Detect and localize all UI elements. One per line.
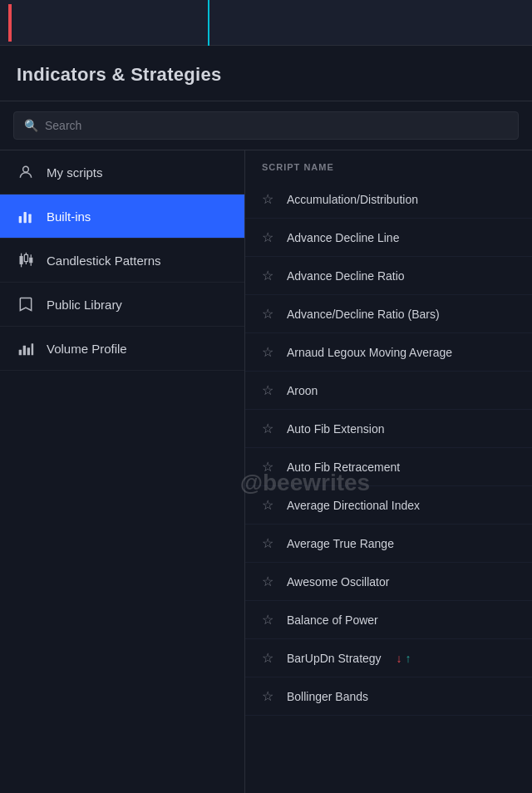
list-item[interactable]: ☆ Accumulation/Distribution bbox=[245, 180, 532, 219]
list-item[interactable]: ☆ Average True Range bbox=[245, 525, 532, 563]
sidebar: My scripts Built-ins bbox=[0, 150, 245, 793]
arrow-down-icon: ↓ bbox=[397, 652, 402, 665]
star-icon[interactable]: ☆ bbox=[262, 459, 277, 475]
svg-rect-16 bbox=[32, 343, 34, 355]
list-item[interactable]: ☆ Advance Decline Ratio bbox=[245, 257, 532, 295]
list-item[interactable]: ☆ Arnaud Legoux Moving Average bbox=[245, 333, 532, 372]
star-icon[interactable]: ☆ bbox=[262, 497, 277, 513]
svg-rect-4 bbox=[20, 256, 23, 264]
script-name: Bollinger Bands bbox=[287, 690, 368, 703]
star-icon[interactable]: ☆ bbox=[262, 382, 277, 398]
search-box: 🔍 bbox=[13, 111, 519, 140]
svg-rect-13 bbox=[19, 350, 22, 356]
list-item[interactable]: ☆ Advance/Decline Ratio (Bars) bbox=[245, 295, 532, 333]
page-title: Indicators & Strategies bbox=[17, 64, 515, 86]
arrow-up-icon: ↑ bbox=[406, 652, 411, 665]
script-name: BarUpDn Strategy bbox=[287, 652, 382, 665]
star-icon[interactable]: ☆ bbox=[262, 344, 277, 360]
sidebar-item-volume-profile-label: Volume Profile bbox=[47, 342, 127, 356]
star-icon[interactable]: ☆ bbox=[262, 535, 277, 551]
barupdn-arrows: ↓ ↑ bbox=[397, 652, 411, 665]
script-name: Advance Decline Ratio bbox=[287, 269, 405, 283]
sidebar-item-built-ins[interactable]: Built-ins bbox=[0, 195, 244, 239]
list-item[interactable]: ☆ Advance Decline Line bbox=[245, 219, 532, 257]
sidebar-item-candlestick-label: Candlestick Patterns bbox=[47, 254, 161, 268]
chart-bar-red-line bbox=[8, 4, 12, 42]
script-list-header: SCRIPT NAME bbox=[245, 150, 532, 180]
script-name: Balance of Power bbox=[287, 613, 378, 627]
star-icon[interactable]: ☆ bbox=[262, 650, 277, 666]
svg-rect-15 bbox=[27, 347, 30, 355]
sidebar-item-public-library-label: Public Library bbox=[47, 298, 122, 312]
bookmark-icon bbox=[17, 296, 35, 313]
svg-rect-10 bbox=[29, 258, 32, 264]
star-icon[interactable]: ☆ bbox=[262, 612, 277, 628]
star-icon[interactable]: ☆ bbox=[262, 574, 277, 589]
script-name: Advance/Decline Ratio (Bars) bbox=[287, 308, 440, 321]
chart-bar-icon bbox=[17, 208, 35, 224]
script-name: Average Directional Index bbox=[287, 499, 420, 512]
svg-point-0 bbox=[23, 166, 29, 172]
svg-rect-7 bbox=[24, 254, 27, 261]
sidebar-item-candlestick-patterns[interactable]: Candlestick Patterns bbox=[0, 239, 244, 283]
star-icon[interactable]: ☆ bbox=[262, 688, 277, 704]
script-name: Auto Fib Retracement bbox=[287, 461, 400, 474]
sidebar-item-built-ins-label: Built-ins bbox=[47, 209, 91, 224]
main-layout: @beewrites My scripts Built-ins bbox=[0, 150, 532, 793]
search-container: 🔍 bbox=[0, 101, 532, 150]
list-item[interactable]: ☆ Awesome Oscillator bbox=[245, 563, 532, 601]
list-item[interactable]: ☆ Average Directional Index bbox=[245, 486, 532, 525]
script-name: Awesome Oscillator bbox=[287, 575, 389, 589]
list-item[interactable]: ☆ Balance of Power bbox=[245, 601, 532, 639]
svg-rect-14 bbox=[23, 346, 26, 356]
list-item[interactable]: ☆ Aroon bbox=[245, 372, 532, 410]
svg-rect-1 bbox=[19, 216, 22, 223]
sidebar-item-public-library[interactable]: Public Library bbox=[0, 283, 244, 327]
star-icon[interactable]: ☆ bbox=[262, 229, 277, 245]
star-icon[interactable]: ☆ bbox=[262, 268, 277, 283]
script-name: Auto Fib Extension bbox=[287, 422, 385, 436]
star-icon[interactable]: ☆ bbox=[262, 421, 277, 436]
list-item[interactable]: ☆ Auto Fib Retracement bbox=[245, 448, 532, 486]
star-icon[interactable]: ☆ bbox=[262, 191, 277, 207]
candlestick-icon bbox=[17, 252, 35, 268]
script-name: Aroon bbox=[287, 384, 318, 397]
svg-rect-3 bbox=[28, 214, 31, 224]
person-icon bbox=[17, 164, 35, 180]
script-name: Advance Decline Line bbox=[287, 231, 399, 244]
script-name: Average True Range bbox=[287, 537, 394, 550]
sidebar-item-my-scripts-label: My scripts bbox=[47, 165, 103, 180]
search-icon: 🔍 bbox=[24, 119, 38, 132]
star-icon[interactable]: ☆ bbox=[262, 306, 277, 322]
list-item[interactable]: ☆ Auto Fib Extension bbox=[245, 410, 532, 448]
sidebar-item-volume-profile[interactable]: Volume Profile bbox=[0, 327, 244, 371]
script-list: SCRIPT NAME ☆ Accumulation/Distribution … bbox=[245, 150, 532, 793]
search-input[interactable] bbox=[45, 119, 508, 132]
script-name: Arnaud Legoux Moving Average bbox=[287, 346, 452, 359]
list-item[interactable]: ☆ Bollinger Bands bbox=[245, 677, 532, 716]
sidebar-item-my-scripts[interactable]: My scripts bbox=[0, 150, 244, 195]
list-item[interactable]: ☆ BarUpDn Strategy ↓ ↑ bbox=[245, 639, 532, 677]
chart-bar-cyan-line bbox=[208, 0, 209, 46]
script-name: Accumulation/Distribution bbox=[287, 193, 418, 206]
volume-chart-icon bbox=[17, 340, 35, 357]
svg-rect-2 bbox=[24, 212, 27, 223]
header: Indicators & Strategies bbox=[0, 46, 532, 101]
chart-bar bbox=[0, 0, 532, 46]
